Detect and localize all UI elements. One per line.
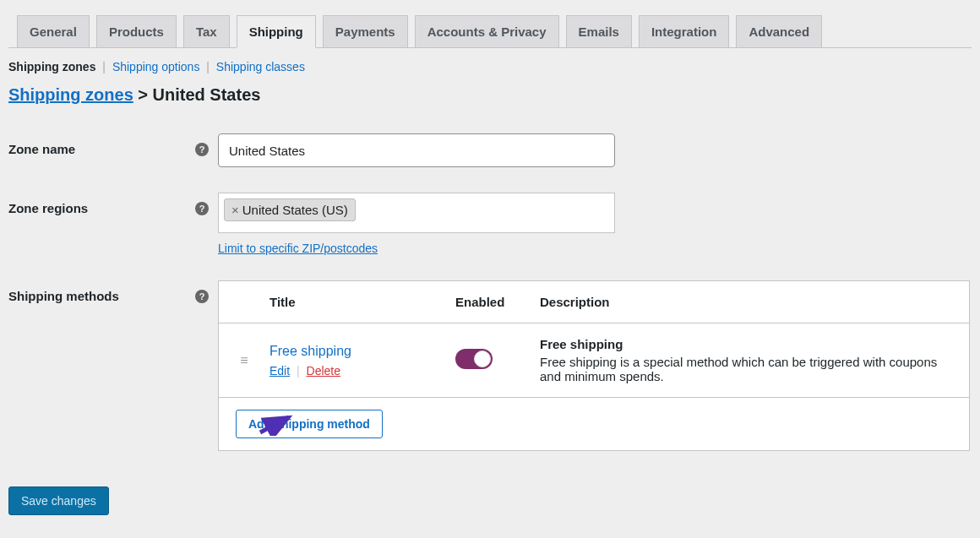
method-desc-title: Free shipping [540,337,952,351]
tab-payments[interactable]: Payments [323,15,408,48]
limit-postcodes-link[interactable]: Limit to specific ZIP/postcodes [218,242,378,255]
method-title-link[interactable]: Free shipping [270,344,422,359]
tab-integration[interactable]: Integration [639,15,730,48]
tab-advanced[interactable]: Advanced [736,15,822,48]
col-title: Title [253,281,438,323]
help-icon[interactable]: ? [195,202,209,215]
tab-shipping[interactable]: Shipping [237,15,316,48]
enabled-toggle[interactable] [455,349,493,369]
delete-method-link[interactable]: Delete [307,364,340,378]
settings-tabs: General Products Tax Shipping Payments A… [8,15,972,48]
tab-products[interactable]: Products [96,15,177,48]
region-tag-label: United States (US) [242,203,348,217]
region-tag: ×United States (US) [224,198,356,221]
tab-emails[interactable]: Emails [566,15,632,48]
method-desc-body: Free shipping is a special method which … [540,355,937,383]
breadcrumb-current: United States [153,85,261,104]
shipping-subnav: Shipping zones | Shipping options | Ship… [8,60,972,73]
drag-handle-icon[interactable]: ≡ [219,323,253,398]
breadcrumb: Shipping zones > United States [8,85,972,105]
row-actions: Edit | Delete [270,364,422,378]
tab-tax[interactable]: Tax [183,15,230,48]
col-description: Description [523,281,970,323]
zone-regions-label: Zone regions [8,186,194,274]
breadcrumb-parent-link[interactable]: Shipping zones [8,85,133,104]
tab-accounts-privacy[interactable]: Accounts & Privacy [415,15,559,48]
shipping-methods-label: Shipping methods [8,274,194,470]
help-icon[interactable]: ? [195,143,209,156]
zone-name-label: Zone name [8,127,194,186]
col-enabled: Enabled [438,281,523,323]
remove-region-icon[interactable]: × [231,203,239,217]
tab-general[interactable]: General [17,15,90,48]
zone-regions-select[interactable]: ×United States (US) [218,193,615,233]
help-icon[interactable]: ? [195,290,209,303]
subnav-classes[interactable]: Shipping classes [216,60,305,73]
breadcrumb-separator: > [133,85,153,104]
subnav-options[interactable]: Shipping options [112,60,200,73]
subnav-zones[interactable]: Shipping zones [8,60,95,73]
shipping-method-row: ≡ Free shipping Edit | Delete [219,323,970,398]
edit-method-link[interactable]: Edit [270,364,290,378]
zone-name-input[interactable] [218,133,615,167]
add-shipping-method-button[interactable]: Add shipping method [236,410,383,438]
save-changes-button[interactable]: Save changes [8,486,109,515]
shipping-methods-table: Title Enabled Description ≡ Free shippin… [218,280,970,451]
